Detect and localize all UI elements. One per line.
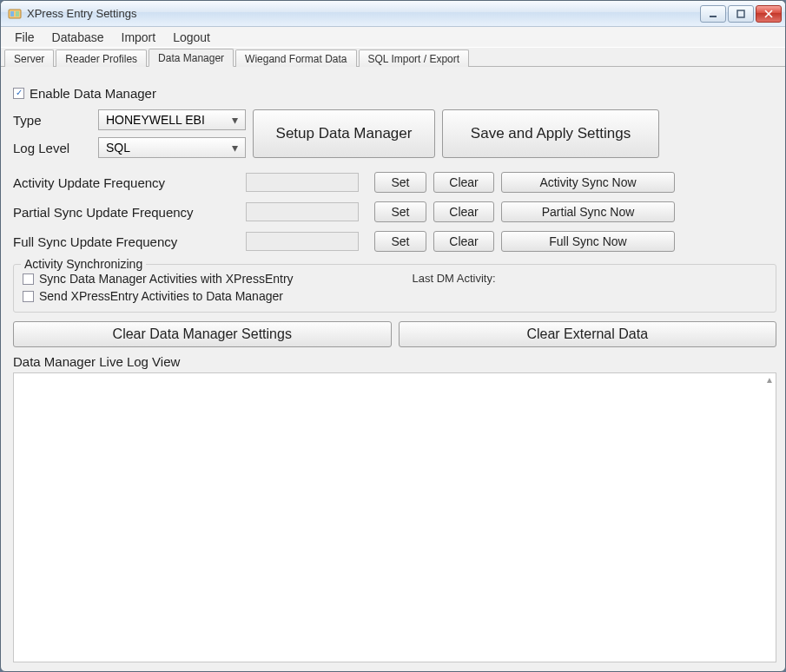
type-combo-value: HONEYWELL EBI [106, 113, 205, 127]
tab-wiegand-format-data[interactable]: Wiegand Format Data [235, 49, 356, 67]
sync-dm-with-xpe-label: Sync Data Manager Activities with XPress… [39, 272, 294, 286]
type-label: Type [13, 113, 91, 128]
log-view-label: Data Manager Live Log View [13, 354, 776, 369]
clear-dm-settings-button[interactable]: Clear Data Manager Settings [13, 321, 392, 347]
maximize-button[interactable] [728, 5, 754, 23]
activity-sync-now-button[interactable]: Activity Sync Now [501, 172, 675, 193]
maximize-icon [736, 10, 745, 18]
activity-freq-input[interactable] [246, 173, 359, 192]
tab-sql-import-export[interactable]: SQL Import / Export [359, 49, 470, 67]
tabstrip: Server Reader Profiles Data Manager Wieg… [1, 48, 785, 67]
send-xpe-to-dm-checkbox[interactable] [23, 291, 34, 302]
last-dm-activity-label: Last DM Activity: [413, 272, 496, 285]
tab-server[interactable]: Server [4, 49, 54, 67]
sync-dm-with-xpe-checkbox[interactable] [23, 273, 34, 285]
activity-freq-label: Activity Update Frequency [13, 175, 239, 190]
window-controls [700, 5, 782, 23]
activity-sync-legend: Activity Synchronizing [21, 257, 146, 271]
full-freq-label: Full Sync Update Frequency [13, 234, 239, 249]
titlebar: XPress Entry Settings [1, 1, 785, 27]
svg-rect-3 [710, 16, 717, 17]
setup-data-manager-button[interactable]: Setup Data Manager [253, 109, 435, 158]
partial-freq-clear-button[interactable]: Clear [433, 201, 494, 222]
minimize-button[interactable] [700, 5, 726, 23]
scroll-up-icon: ▲ [765, 375, 774, 384]
tab-content: Enable Data Manager Type HONEYWELL EBI ▾… [1, 67, 785, 671]
menu-database[interactable]: Database [43, 29, 113, 46]
save-apply-settings-button[interactable]: Save and Apply Settings [442, 109, 659, 158]
partial-freq-label: Partial Sync Update Frequency [13, 205, 239, 220]
chevron-down-icon: ▾ [228, 141, 241, 155]
window-title: XPress Entry Settings [27, 7, 700, 20]
log-level-combo-value: SQL [106, 141, 130, 155]
close-button[interactable] [756, 5, 782, 23]
menu-logout[interactable]: Logout [164, 29, 219, 46]
app-window: XPress Entry Settings File Database Impo… [0, 0, 786, 672]
tab-reader-profiles[interactable]: Reader Profiles [56, 49, 147, 67]
full-freq-set-button[interactable]: Set [374, 231, 426, 252]
log-view[interactable]: ▲ [13, 372, 776, 662]
app-icon [8, 7, 22, 21]
clear-buttons-row: Clear Data Manager Settings Clear Extern… [13, 321, 776, 347]
full-sync-now-button[interactable]: Full Sync Now [501, 231, 675, 252]
partial-freq-input[interactable] [246, 202, 359, 221]
tab-data-manager[interactable]: Data Manager [149, 49, 234, 67]
type-combo[interactable]: HONEYWELL EBI ▾ [98, 109, 246, 130]
minimize-icon [709, 10, 717, 18]
enable-data-manager-label: Enable Data Manager [30, 86, 156, 101]
chevron-down-icon: ▾ [228, 113, 241, 127]
full-freq-input[interactable] [246, 232, 359, 251]
partial-freq-set-button[interactable]: Set [374, 201, 426, 222]
full-freq-clear-button[interactable]: Clear [433, 231, 494, 252]
activity-sync-groupbox: Activity Synchronizing Sync Data Manager… [13, 264, 776, 313]
menu-import[interactable]: Import [113, 29, 165, 46]
enable-data-manager-checkbox[interactable] [13, 88, 24, 99]
svg-rect-2 [16, 11, 19, 16]
menu-file[interactable]: File [6, 29, 43, 46]
clear-external-data-button[interactable]: Clear External Data [399, 321, 777, 347]
log-level-label: Log Level [13, 141, 91, 155]
close-icon [764, 10, 773, 18]
activity-freq-clear-button[interactable]: Clear [433, 172, 494, 193]
svg-rect-4 [737, 10, 744, 17]
enable-row: Enable Data Manager [13, 86, 776, 101]
svg-rect-1 [10, 11, 14, 16]
partial-sync-now-button[interactable]: Partial Sync Now [501, 201, 675, 222]
log-level-combo[interactable]: SQL ▾ [98, 137, 246, 158]
send-xpe-to-dm-label: Send XPressEntry Activities to Data Mana… [39, 289, 283, 303]
frequency-grid: Activity Update Frequency Set Clear Acti… [13, 172, 776, 252]
config-grid: Type HONEYWELL EBI ▾ Setup Data Manager … [13, 109, 776, 158]
menubar: File Database Import Logout [1, 27, 785, 48]
activity-freq-set-button[interactable]: Set [374, 172, 426, 193]
